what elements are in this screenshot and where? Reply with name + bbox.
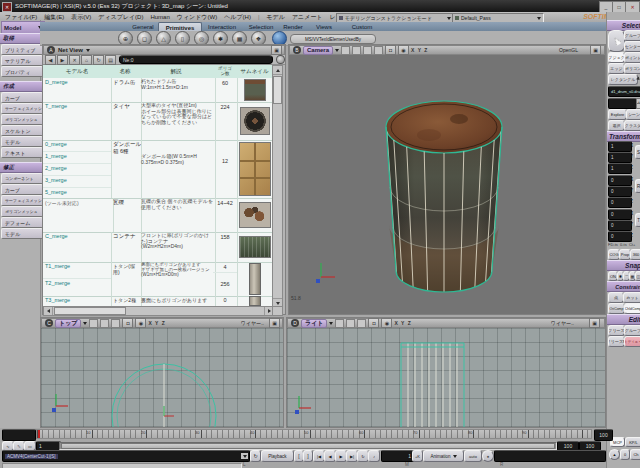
selection-tool-menu[interactable]: レクタングル [608, 74, 638, 85]
selection-field-2[interactable] [608, 98, 637, 109]
menu-display[interactable]: ディスプレイ(D) [98, 13, 143, 22]
scale-z-field[interactable]: 1 [608, 163, 632, 174]
viewport-letter-a[interactable]: A [47, 46, 55, 54]
center-button[interactable]: センター [624, 41, 640, 52]
immediate-button[interactable]: イミディエイト [624, 336, 640, 347]
axis-letters[interactable]: X Y Z [411, 47, 428, 53]
scale-mode-button[interactable]: S [635, 145, 640, 159]
kpl-tab[interactable]: KP/L [625, 437, 640, 447]
model-link[interactable]: 3_merge [43, 176, 111, 188]
sidebar-item-text[interactable]: テキスト [1, 147, 43, 158]
tab-custom[interactable]: Custom [346, 22, 378, 31]
memo-ch-button[interactable]: Ch [630, 449, 640, 460]
viewport-letter-c[interactable]: C [45, 319, 53, 327]
memo-cam-tab[interactable] [357, 319, 366, 328]
model-link[interactable]: D_merge [43, 78, 111, 85]
memo-zero-button[interactable]: 0 [620, 449, 630, 460]
camera-icon[interactable]: ◘ [122, 318, 133, 328]
tab-views[interactable]: Views [310, 22, 338, 31]
tab-selection[interactable]: Selection [244, 22, 278, 31]
col-description[interactable]: 解説 [139, 65, 214, 78]
range-slider-thumb[interactable] [61, 443, 555, 449]
home-icon[interactable]: ⌂ [81, 55, 92, 65]
oricomp-button[interactable]: OriComp [608, 303, 625, 314]
menu-window[interactable]: ウィンドウ(W) [177, 13, 217, 22]
rotate-z-field[interactable]: 0 [608, 197, 632, 208]
sidebar-item-polygon-mesh[interactable]: ポリゴンメッシュ [1, 114, 43, 125]
select-tool-button[interactable] [608, 30, 625, 52]
audio-mute-button[interactable]: ♪ [368, 450, 380, 462]
scale-y-field[interactable]: 1 [608, 152, 632, 163]
sidebar-item-polygon-mesh2[interactable]: ポリゴンメッシュ [1, 206, 43, 217]
playback-options-button[interactable]: Playback [261, 450, 294, 462]
top-view-menu[interactable]: トップ [55, 319, 81, 328]
axis-letters[interactable]: X Y Z [394, 320, 411, 326]
current-frame-field[interactable]: 1 [381, 450, 414, 462]
auto-key-button[interactable]: auto [464, 450, 482, 462]
memo-cam-tab[interactable] [346, 319, 355, 328]
memo-up-button[interactable]: ▲ [609, 449, 620, 460]
select-button[interactable]: 選択 [608, 120, 625, 131]
right-canvas[interactable] [287, 328, 605, 427]
scroll-thumb[interactable] [54, 307, 126, 315]
group-edit-button[interactable]: グループ [624, 325, 640, 336]
memo-cam-tab[interactable] [100, 319, 109, 328]
stop-icon[interactable]: ✕ [69, 55, 80, 65]
visibility-icon[interactable]: ◉ [135, 318, 146, 328]
tab-interaction[interactable]: Interaction [202, 22, 242, 31]
viewport-letter-d[interactable]: D [291, 319, 299, 327]
display-mode-menu[interactable]: ワイヤー.. [241, 320, 264, 326]
script-button[interactable]: MS/VVTexIdElemenUsedBy [290, 34, 376, 44]
tab-general[interactable]: General [128, 22, 158, 31]
col-polygons[interactable]: ポリゴ ン数 [213, 65, 238, 78]
memo-cam-tab[interactable] [111, 319, 120, 328]
display-mode-menu[interactable]: ワイヤー.. [551, 320, 574, 326]
camera-view-menu[interactable]: Camera [303, 46, 333, 55]
scale-x-field[interactable]: 1 [608, 141, 632, 152]
set-key-icon[interactable]: ● [482, 450, 494, 462]
edge-filter-button[interactable]: エッジ [608, 63, 625, 74]
camera-icon[interactable]: ◘ [368, 318, 379, 328]
model-link[interactable]: T_merge [43, 102, 111, 109]
address-field[interactable]: Ne:0 [119, 55, 273, 64]
model-link[interactable]: 2_merge [43, 164, 111, 176]
constrain-point-button[interactable]: 点 [608, 292, 624, 303]
sidebar-item-surface-mesh2[interactable]: サーフェイスメッシュ [1, 195, 43, 206]
menu-view[interactable]: 表示(V) [71, 13, 91, 22]
deg360-button[interactable]: 360 [630, 249, 640, 260]
freeze-m-button[interactable]: フリーズM [608, 336, 625, 347]
panel-maximize-icon[interactable]: ▣ [271, 45, 282, 55]
snap-facet-icon[interactable]: ◫ [635, 271, 640, 281]
marker-field[interactable] [494, 450, 606, 462]
axis-letters[interactable]: X Y Z [148, 320, 165, 326]
col-model-name[interactable]: モデル名 [43, 65, 112, 78]
transform-options-row[interactable]: FD-ts 0-ts Ct+ [608, 242, 640, 247]
visibility-icon[interactable]: ◉ [381, 318, 392, 328]
sidebar-item-model[interactable]: モデル [1, 136, 43, 147]
chevron-down-icon[interactable] [241, 453, 248, 459]
group-button[interactable]: グループ [624, 30, 640, 41]
resize-viewport-icon[interactable]: ▣ [590, 45, 601, 55]
sidebar-item-surface-mesh[interactable]: サーフェイスメッシュ [1, 103, 43, 114]
top-canvas[interactable] [41, 328, 283, 427]
sidebar-item-curve2[interactable]: カーブ [1, 184, 43, 195]
add-key-button[interactable]: +K [412, 450, 423, 462]
point-filter-button[interactable]: ポイント [624, 52, 640, 63]
menu-edit[interactable]: 編集(E) [44, 13, 64, 22]
animation-menu-button[interactable]: Animation [423, 450, 464, 462]
range-slider[interactable] [59, 442, 557, 450]
object-filter-button[interactable]: オブジェクト [608, 52, 625, 63]
scroll-up-icon[interactable] [273, 66, 282, 75]
cluster-button[interactable]: クラスタ [624, 120, 640, 131]
memo-cam-tab[interactable] [363, 46, 372, 55]
sidebar-item-curve[interactable]: カーブ [1, 92, 43, 103]
col-name[interactable]: 名称 [111, 65, 140, 78]
folder-icon[interactable]: ▤ [105, 55, 116, 65]
module-model[interactable]: モデル [266, 13, 284, 22]
sidebar-item-deform[interactable]: デフォーム [1, 217, 43, 228]
table-hscrollbar[interactable] [43, 306, 274, 316]
freeze-button[interactable]: フリーズ [608, 325, 625, 336]
sidebar-item-component[interactable]: コンポーネント [1, 173, 43, 184]
polygon-filter-button[interactable]: ポリゴン [624, 63, 640, 74]
menu-help[interactable]: ヘルプ(H) [224, 13, 251, 22]
